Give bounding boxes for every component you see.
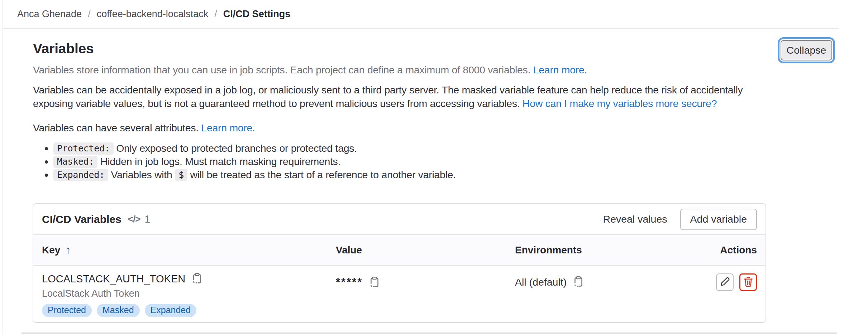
environments-value: All (default) (515, 276, 567, 288)
variable-key: LOCALSTACK_AUTH_TOKEN (42, 273, 185, 285)
collapse-button[interactable]: Collapse (781, 40, 832, 60)
variable-description: LocalStack Auth Token (42, 288, 336, 299)
list-item-protected: Protected: Only exposed to protected bra… (53, 142, 767, 155)
add-variable-button[interactable]: Add variable (680, 209, 757, 230)
trash-icon (743, 276, 754, 288)
reveal-values-button[interactable]: Reveal values (603, 213, 667, 225)
secure-variables-link[interactable]: How can I make my variables more secure? (523, 98, 717, 109)
table-header-row: Key ↑ Value Environments Actions (33, 234, 766, 266)
expanded-badge: Expanded (145, 304, 197, 317)
breadcrumb-current-page: CI/CD Settings (223, 9, 291, 20)
cicd-variables-card: CI/CD Variables </> 1 Reveal values Add … (33, 203, 766, 323)
breadcrumb: Anca Ghenade / coffee-backend-localstack… (3, 0, 839, 29)
delete-variable-button[interactable] (739, 273, 757, 291)
copy-key-button[interactable] (191, 273, 203, 285)
protected-description: Only exposed to protected branches or pr… (116, 142, 357, 154)
clipboard-copy-icon (369, 276, 380, 289)
attributes-learn-more-link[interactable]: Learn more. (201, 122, 255, 133)
pencil-icon (720, 276, 730, 288)
copy-environments-button[interactable] (572, 276, 585, 288)
intro-paragraph: Variables store information that you can… (33, 63, 767, 77)
expanded-code-chip: Expanded: (53, 169, 108, 181)
expanded-description-before: Variables with (111, 169, 172, 180)
warning-paragraph: Variables can be accidentally exposed in… (33, 83, 767, 110)
attributes-paragraph: Variables can have several attributes. L… (33, 121, 767, 135)
protected-code-chip: Protected: (53, 142, 114, 155)
card-title: CI/CD Variables (42, 213, 121, 225)
intro-text: Variables store information that you can… (33, 64, 533, 76)
card-header: CI/CD Variables </> 1 Reveal values Add … (33, 204, 766, 234)
code-icon: </> (128, 214, 140, 225)
gitlab-cicd-settings-page: Anca Ghenade / coffee-backend-localstack… (0, 0, 868, 335)
learn-more-link[interactable]: Learn more. (533, 64, 587, 76)
column-header-actions: Actions (720, 244, 757, 256)
attributes-text: Variables can have several attributes. (33, 122, 201, 133)
list-item-masked: Masked: Hidden in job logs. Must match m… (53, 155, 767, 168)
masked-badge: Masked (97, 304, 140, 317)
badges: Protected Masked Expanded (42, 304, 336, 317)
actions-cell (716, 273, 757, 291)
column-header-environments: Environments (515, 244, 720, 256)
breadcrumb-link-project[interactable]: coffee-backend-localstack (97, 9, 209, 20)
dollar-code-chip: $ (175, 169, 187, 181)
variable-count: 1 (144, 213, 150, 225)
page-title: Variables (33, 40, 767, 57)
clipboard-copy-icon (573, 276, 584, 288)
copy-value-button[interactable] (368, 276, 381, 288)
expanded-description-after: will be treated as the start of a refere… (190, 169, 456, 180)
sort-ascending-icon: ↑ (65, 244, 71, 256)
section-divider (22, 332, 837, 334)
table-row: LOCALSTACK_AUTH_TOKEN LocalStack Auth (33, 266, 766, 323)
protected-badge: Protected (42, 304, 92, 317)
masked-code-chip: Masked: (53, 156, 97, 168)
masked-value: ***** (336, 276, 363, 289)
breadcrumb-separator: / (88, 9, 91, 20)
masked-description: Hidden in job logs. Must match masking r… (100, 156, 340, 167)
clipboard-copy-icon (191, 273, 203, 285)
column-header-value: Value (336, 244, 515, 256)
edit-variable-button[interactable] (716, 273, 734, 291)
sidebar-edge-divider (3, 0, 3, 335)
breadcrumb-separator: / (214, 9, 217, 20)
column-header-key[interactable]: Key ↑ (42, 244, 336, 256)
key-header-label: Key (42, 244, 60, 256)
value-cell: ***** (336, 273, 515, 289)
breadcrumb-link-user[interactable]: Anca Ghenade (17, 9, 82, 20)
list-item-expanded: Expanded: Variables with $ will be treat… (53, 168, 767, 181)
key-cell: LOCALSTACK_AUTH_TOKEN LocalStack Auth (42, 273, 336, 317)
variables-section: Variables Variables store information th… (33, 29, 767, 181)
environments-cell: All (default) (515, 273, 716, 288)
attributes-list: Protected: Only exposed to protected bra… (33, 142, 767, 181)
